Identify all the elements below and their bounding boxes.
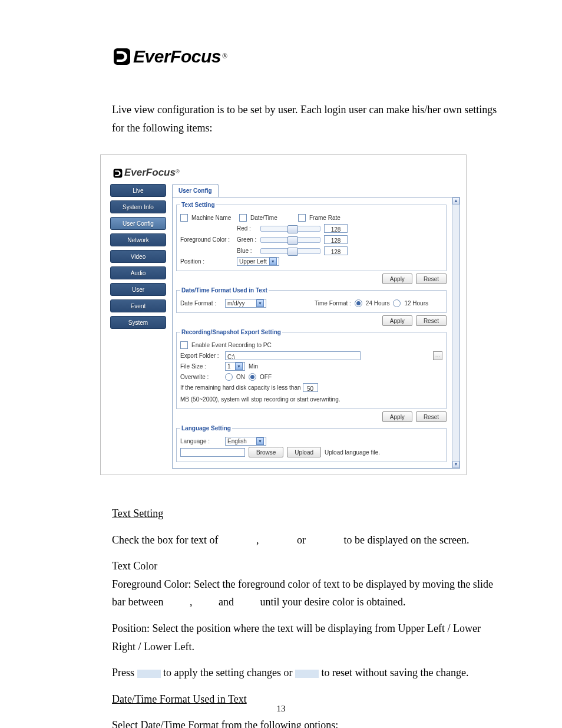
- checkbox-date-time[interactable]: [239, 214, 247, 222]
- sidebar: Live System Info User Config Network Vid…: [107, 184, 168, 329]
- nav-system[interactable]: System: [110, 316, 166, 329]
- chevron-down-icon: ▼: [256, 299, 264, 307]
- label-file-size-unit: Min: [249, 361, 258, 371]
- reset-button[interactable]: Reset: [416, 274, 447, 284]
- label-overwrite: Overwrite :: [180, 372, 222, 382]
- label-machine-name: Machine Name: [191, 213, 236, 223]
- scroll-down-icon[interactable]: ▼: [452, 461, 459, 468]
- tab-user-config[interactable]: User Config: [172, 184, 219, 197]
- logo-text: EverFocus®: [133, 41, 227, 71]
- browse-button[interactable]: Browse: [249, 447, 283, 457]
- panel-scrollbar[interactable]: ▲ ▼: [452, 197, 459, 468]
- legend-recording: Recording/Snapshot Export Setting: [180, 327, 282, 337]
- nav-user[interactable]: User: [110, 283, 166, 296]
- label-upload-msg: Upload language file.: [325, 447, 380, 457]
- checkbox-enable-recording[interactable]: [180, 341, 188, 349]
- label-enable-recording: Enable Event Recording to PC: [191, 340, 272, 350]
- chevron-down-icon: ▼: [269, 258, 277, 265]
- label-export-folder: Export Folder :: [180, 351, 222, 361]
- nav-system-info[interactable]: System Info: [110, 200, 166, 213]
- screenshot-logo: EverFocus®: [107, 161, 460, 184]
- label-frame-rate: Frame Rate: [309, 213, 340, 223]
- slider-green[interactable]: [260, 237, 320, 243]
- legend-datetime: Date/Time Format Used in Text: [180, 285, 269, 295]
- nav-live[interactable]: Live: [110, 184, 166, 197]
- value-red[interactable]: 128: [324, 224, 348, 233]
- svg-point-1: [120, 55, 124, 58]
- paragraph-fg-color: Foreground Color: Select the foreground …: [112, 575, 503, 611]
- label-date-format: Date Format :: [180, 298, 222, 308]
- intro-paragraph: Live view configuration is to be set by …: [112, 101, 503, 137]
- group-language: Language Setting Language : English ▼: [176, 423, 447, 462]
- paragraph-checkbox-note: Check the box for text of , or to be dis…: [112, 531, 503, 549]
- document-page: EverFocus® Live view configuration is to…: [0, 0, 562, 728]
- nav-user-config[interactable]: User Config: [110, 217, 166, 230]
- brand-logo: EverFocus®: [112, 41, 503, 71]
- nav-video[interactable]: Video: [110, 250, 166, 263]
- heading-text-color: Text Color: [112, 557, 503, 575]
- checkbox-machine-name[interactable]: [180, 214, 188, 222]
- label-blue: Blue :: [237, 246, 257, 256]
- svg-point-3: [117, 172, 118, 174]
- paragraph-datetime: Select Date/Time Format from the followi…: [112, 716, 503, 728]
- label-24h: 24 Hours: [366, 298, 390, 308]
- page-number: 13: [0, 701, 562, 717]
- label-language: Language :: [180, 436, 222, 446]
- label-position: Position :: [180, 256, 233, 266]
- chevron-down-icon: ▼: [235, 363, 243, 370]
- label-date-time: Date/Time: [250, 213, 295, 223]
- reset-button[interactable]: Reset: [416, 315, 447, 326]
- group-text-setting: Text Setting Machine Name Date/Time Fram…: [176, 200, 447, 271]
- radio-overwrite-on[interactable]: [225, 373, 233, 381]
- nav-event[interactable]: Event: [110, 299, 166, 312]
- nav-audio[interactable]: Audio: [110, 266, 166, 279]
- slider-blue[interactable]: [260, 248, 320, 254]
- note-text-a: If the remaining hard disk capacity is l…: [180, 383, 301, 393]
- input-capacity-mb[interactable]: 50: [303, 383, 318, 392]
- radio-overwrite-off[interactable]: [249, 373, 256, 381]
- value-green[interactable]: 128: [324, 235, 348, 244]
- apply-placeholder-icon: [137, 670, 161, 678]
- scroll-up-icon[interactable]: ▲: [452, 197, 459, 205]
- select-file-size[interactable]: 1 ▼: [225, 362, 245, 371]
- group-recording: Recording/Snapshot Export Setting Enable…: [176, 327, 447, 409]
- label-green: Green :: [237, 235, 257, 245]
- legend-language: Language Setting: [180, 423, 232, 433]
- select-position[interactable]: Upper Left ▼: [237, 257, 279, 266]
- checkbox-frame-rate[interactable]: [298, 214, 306, 222]
- apply-button[interactable]: Apply: [382, 274, 412, 284]
- logo-icon: [112, 47, 132, 67]
- input-export-folder[interactable]: C:\: [225, 351, 361, 360]
- note-text-b: MB (50~2000), system will stop recording…: [180, 394, 340, 404]
- select-date-format[interactable]: m/d/yy ▼: [225, 299, 266, 308]
- config-screenshot: EverFocus® Live System Info User Config …: [100, 154, 467, 475]
- input-language-file[interactable]: [180, 448, 245, 457]
- apply-button[interactable]: Apply: [382, 411, 412, 422]
- slider-red[interactable]: [260, 226, 320, 232]
- chevron-down-icon: ▼: [256, 437, 264, 445]
- label-red: Red :: [237, 223, 257, 233]
- label-12h: 12 Hours: [404, 298, 428, 308]
- label-on: ON: [236, 372, 245, 382]
- reset-button[interactable]: Reset: [416, 411, 447, 422]
- label-file-size: File Size :: [180, 361, 222, 371]
- main-panel: User Config ▲ ▼ Text Setting Mach: [168, 184, 460, 469]
- label-off: OFF: [260, 372, 272, 382]
- radio-24h[interactable]: [355, 299, 362, 307]
- paragraph-apply-reset: Press to apply the setting changes or to…: [112, 664, 503, 682]
- select-language[interactable]: English ▼: [225, 437, 266, 446]
- legend-text-setting: Text Setting: [180, 200, 216, 210]
- label-time-format: Time Format :: [315, 298, 351, 308]
- nav-network[interactable]: Network: [110, 233, 166, 246]
- radio-12h[interactable]: [393, 299, 401, 307]
- paragraph-position: Position: Select the position where the …: [112, 620, 503, 655]
- upload-button[interactable]: Upload: [287, 447, 321, 457]
- label-fg-color: Foreground Color :: [180, 235, 233, 245]
- value-blue[interactable]: 128: [324, 246, 348, 255]
- reset-placeholder-icon: [295, 670, 319, 678]
- heading-text-setting: Text Setting: [112, 505, 503, 523]
- apply-button[interactable]: Apply: [382, 315, 412, 326]
- browse-folder-button[interactable]: …: [433, 351, 442, 360]
- group-datetime-format: Date/Time Format Used in Text Date Forma…: [176, 285, 447, 313]
